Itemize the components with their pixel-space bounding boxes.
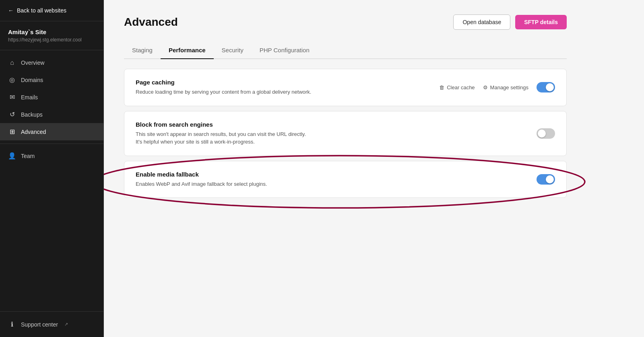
sftp-details-button[interactable]: SFTP details xyxy=(515,15,567,29)
external-link-icon: ↗ xyxy=(64,322,68,327)
email-icon: ✉ xyxy=(8,93,16,101)
trash-icon: 🗑 xyxy=(439,84,444,90)
advanced-icon: ⊞ xyxy=(8,128,16,136)
main-content: Advanced Open database SFTP details Stag… xyxy=(104,0,644,337)
block-search-card: Block from search engines This site won'… xyxy=(124,111,567,156)
sidebar-item-team[interactable]: 👤 Team xyxy=(0,147,103,164)
domains-icon: ◎ xyxy=(8,76,16,84)
sidebar-divider xyxy=(0,144,103,144)
card-description: This site won't appear in search results… xyxy=(136,130,524,146)
sidebar-item-domains[interactable]: ◎ Domains xyxy=(0,71,103,88)
card-left: Page caching Reduce loading time by serv… xyxy=(136,79,427,96)
media-fallback-toggle[interactable] xyxy=(537,174,555,185)
tab-performance[interactable]: Performance xyxy=(161,42,214,59)
sidebar-item-emails[interactable]: ✉ Emails xyxy=(0,88,103,106)
tab-staging[interactable]: Staging xyxy=(124,42,161,59)
back-arrow-icon: ← xyxy=(8,7,14,14)
card-description: Enables WebP and Avif image fallback for… xyxy=(136,180,524,188)
media-fallback-card: Enable media fallback Enables WebP and A… xyxy=(124,161,567,198)
manage-settings-action[interactable]: ⚙ Manage settings xyxy=(483,84,528,90)
block-search-toggle[interactable] xyxy=(537,128,555,139)
page-caching-toggle[interactable] xyxy=(537,82,555,92)
support-icon: ℹ xyxy=(8,321,16,328)
card-title: Block from search engines xyxy=(136,121,524,128)
sidebar-item-label: Emails xyxy=(21,94,38,101)
tab-security[interactable]: Security xyxy=(214,42,252,59)
sidebar-item-label: Advanced xyxy=(21,129,46,135)
back-label: Back to all websites xyxy=(17,7,66,14)
back-to-all-websites[interactable]: ← Back to all websites xyxy=(0,0,103,21)
sidebar-bottom: ℹ Support center ↗ xyxy=(0,311,103,337)
backups-icon: ↺ xyxy=(8,111,16,118)
sidebar-item-label: Support center xyxy=(21,321,58,328)
card-description: Reduce loading time by serving your cont… xyxy=(136,88,427,96)
sidebar-nav: ⌂ Overview ◎ Domains ✉ Emails ↺ Backups … xyxy=(0,50,103,311)
page-caching-card: Page caching Reduce loading time by serv… xyxy=(124,69,567,106)
card-right xyxy=(537,128,555,139)
card-title: Enable media fallback xyxy=(136,171,524,178)
card-right xyxy=(537,174,555,185)
sidebar-item-support[interactable]: ℹ Support center ↗ xyxy=(0,316,103,333)
page-title: Advanced xyxy=(124,16,178,29)
sidebar: ← Back to all websites Amitay`s Site htt… xyxy=(0,0,104,337)
sidebar-item-advanced[interactable]: ⊞ Advanced xyxy=(0,123,103,140)
site-info: Amitay`s Site https://hezyjewj.stg.eleme… xyxy=(0,21,103,50)
home-icon: ⌂ xyxy=(8,59,16,66)
card-title: Page caching xyxy=(136,79,427,86)
card-left: Enable media fallback Enables WebP and A… xyxy=(136,171,524,188)
team-icon: 👤 xyxy=(8,152,16,160)
clear-cache-action[interactable]: 🗑 Clear cache xyxy=(439,84,475,90)
header-actions: Open database SFTP details xyxy=(453,14,567,30)
tab-php[interactable]: PHP Configuration xyxy=(252,42,318,59)
card-right: 🗑 Clear cache ⚙ Manage settings xyxy=(439,82,555,92)
open-database-button[interactable]: Open database xyxy=(453,14,510,30)
site-url: https://hezyjewj.stg.elementor.cool xyxy=(8,37,95,43)
card-left: Block from search engines This site won'… xyxy=(136,121,524,146)
page-header: Advanced Open database SFTP details xyxy=(124,14,567,30)
manage-settings-label: Manage settings xyxy=(490,84,528,90)
sidebar-item-label: Team xyxy=(21,153,35,159)
gear-icon: ⚙ xyxy=(483,84,488,90)
sidebar-item-backups[interactable]: ↺ Backups xyxy=(0,106,103,123)
tabs: Staging Performance Security PHP Configu… xyxy=(124,42,567,59)
sidebar-item-label: Overview xyxy=(21,60,44,66)
clear-cache-label: Clear cache xyxy=(447,84,475,90)
media-fallback-container: Enable media fallback Enables WebP and A… xyxy=(124,161,567,198)
sidebar-item-label: Domains xyxy=(21,77,43,83)
toggle-slider xyxy=(537,82,555,92)
site-name: Amitay`s Site xyxy=(8,29,95,35)
toggle-slider xyxy=(537,128,555,139)
sidebar-item-overview[interactable]: ⌂ Overview xyxy=(0,54,103,71)
sidebar-item-label: Backups xyxy=(21,111,43,118)
toggle-slider xyxy=(537,174,555,185)
